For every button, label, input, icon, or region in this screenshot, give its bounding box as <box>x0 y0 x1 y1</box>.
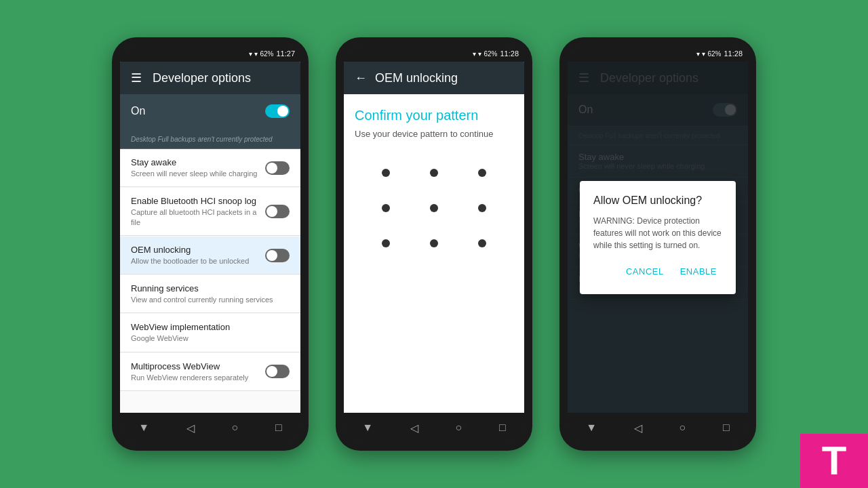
running-subtitle-1: View and control currently running servi… <box>131 295 290 304</box>
nav-recents-2[interactable]: □ <box>499 422 506 434</box>
nav-recents-1[interactable]: □ <box>275 422 282 434</box>
developer-toggle-1[interactable] <box>265 104 290 118</box>
status-icons-3: ▾ ▾ 62% <box>696 50 721 58</box>
oem-title-1: OEM unlocking <box>131 245 265 255</box>
nav-bar-1: ▼ ◁ ○ □ <box>120 413 300 443</box>
truncated-item-1: Desktop Full backups aren't currently pr… <box>120 128 300 149</box>
oem-app-bar: ← OEM unlocking <box>344 62 524 94</box>
dot-6 <box>478 204 486 212</box>
nav-home-2[interactable]: ○ <box>456 422 462 434</box>
wifi-icon-3: ▾ <box>696 50 700 58</box>
webview-subtitle-1: Google WebView <box>131 333 290 343</box>
settings-item-text-2: Enable Bluetooth HCI snoop log Capture a… <box>131 196 265 227</box>
webview-title-1: WebView implementation <box>131 322 290 332</box>
settings-item-multiprocess[interactable]: Multiprocess WebView Run WebView rendere… <box>120 353 300 391</box>
nav-home-1[interactable]: ○ <box>232 422 239 434</box>
nav-home-3[interactable]: ○ <box>679 422 686 434</box>
screen-3: ☰ Developer options On Desktop Full back… <box>568 62 748 413</box>
signal-icon-3: ▾ <box>702 50 705 58</box>
battery-text-3: 62% <box>707 50 721 58</box>
phone-2-inner: ▾ ▾ 62% 11:28 ← OEM unlocking Confirm yo… <box>344 45 524 443</box>
stay-awake-subtitle: Screen will never sleep while charging <box>131 169 265 178</box>
battery-text-1: 62% <box>260 50 273 58</box>
dialog-enable-button[interactable]: ENABLE <box>675 262 722 281</box>
settings-item-text-5: WebView implementation Google WebView <box>131 322 290 343</box>
time-1: 11:27 <box>276 49 295 58</box>
dialog-cancel-button[interactable]: CANCEL <box>620 262 669 281</box>
toggle-knob-1 <box>277 106 288 117</box>
oem-app-bar-title: OEM unlocking <box>375 71 458 85</box>
truncated-text-1: Desktop Full backups aren't currently pr… <box>131 136 273 143</box>
bluetooth-title: Enable Bluetooth HCI snoop log <box>131 196 265 206</box>
running-title-1: Running services <box>131 283 290 293</box>
phone-3: ▾ ▾ 62% 11:28 ☰ Developer options <box>559 37 756 451</box>
settings-item-webview[interactable]: WebView implementation Google WebView <box>120 314 300 352</box>
nav-back-3[interactable]: ◁ <box>634 422 642 434</box>
oem-content: Confirm your pattern Use your device pat… <box>344 94 524 413</box>
status-bar-3: ▾ ▾ 62% 11:28 <box>568 45 748 62</box>
settings-item-bluetooth[interactable]: Enable Bluetooth HCI snoop log Capture a… <box>120 188 300 236</box>
status-bar-1: ▾ ▾ 62% 11:27 <box>120 45 300 62</box>
bluetooth-toggle[interactable] <box>265 205 290 218</box>
multiprocess-toggle-1[interactable] <box>265 365 290 378</box>
stay-awake-knob <box>267 163 277 174</box>
signal-icon-2: ▾ <box>478 50 481 58</box>
oem-toggle-1[interactable] <box>265 249 290 262</box>
multiprocess-title-1: Multiprocess WebView <box>131 361 265 371</box>
bluetooth-knob <box>267 206 277 217</box>
toggle-label-1: On <box>131 105 145 117</box>
oem-subtitle-1: Allow the bootloader to be unlocked <box>131 256 265 266</box>
oem-confirm-subtitle: Use your device pattern to continue <box>355 129 513 139</box>
stay-awake-title: Stay awake <box>131 157 265 167</box>
app-bar-title-1: Developer options <box>153 71 251 85</box>
oem-knob-1 <box>267 250 277 261</box>
settings-item-text-4: Running services View and control curren… <box>131 283 290 304</box>
oem-screen: ← OEM unlocking Confirm your pattern Use… <box>344 62 524 413</box>
watermark: T <box>800 434 868 488</box>
settings-item-stay-awake[interactable]: Stay awake Screen will never sleep while… <box>120 149 300 187</box>
wifi-icon-2: ▾ <box>473 50 476 58</box>
nav-down-2[interactable]: ▼ <box>362 422 373 434</box>
nav-down-3[interactable]: ▼ <box>586 422 597 434</box>
dot-8 <box>430 239 438 247</box>
pattern-grid <box>355 155 513 261</box>
phone-3-inner: ▾ ▾ 62% 11:28 ☰ Developer options <box>568 45 748 443</box>
nav-back-2[interactable]: ◁ <box>410 422 418 434</box>
nav-recents-3[interactable]: □ <box>723 422 730 434</box>
screen-1: ☰ Developer options On Desktop Full back… <box>120 62 300 413</box>
settings-item-text-1: Stay awake Screen will never sleep while… <box>131 157 265 178</box>
back-icon-2[interactable]: ← <box>355 71 367 85</box>
app-bar-1: ☰ Developer options <box>120 62 300 94</box>
nav-back-1[interactable]: ◁ <box>186 422 195 434</box>
bluetooth-subtitle: Capture all bluetooth HCI packets in a f… <box>131 207 265 227</box>
time-3: 11:28 <box>724 49 743 58</box>
status-bar-2: ▾ ▾ 62% 11:28 <box>344 45 524 62</box>
dot-5 <box>430 204 438 212</box>
nav-bar-3: ▼ ◁ ○ □ <box>568 413 748 443</box>
nav-down-1[interactable]: ▼ <box>138 422 149 434</box>
settings-item-oem[interactable]: OEM unlocking Allow the bootloader to be… <box>120 237 300 274</box>
multiprocess-knob-1 <box>267 366 277 377</box>
menu-icon-1[interactable]: ☰ <box>131 70 142 85</box>
status-icons-2: ▾ ▾ 62% <box>473 50 497 58</box>
dot-2 <box>430 169 438 177</box>
dialog-buttons: CANCEL ENABLE <box>593 262 722 281</box>
dot-7 <box>382 239 390 247</box>
watermark-letter: T <box>822 441 847 481</box>
phone-1-inner: ▾ ▾ 62% 11:27 ☰ Developer options On <box>120 45 300 443</box>
dialog-overlay: Allow OEM unlocking? WARNING: Device pro… <box>568 62 748 413</box>
settings-item-text-3: OEM unlocking Allow the bootloader to be… <box>131 245 265 266</box>
allow-oem-dialog: Allow OEM unlocking? WARNING: Device pro… <box>580 181 736 294</box>
signal-icon: ▾ <box>254 50 258 58</box>
dot-1 <box>382 169 390 177</box>
phone-2: ▾ ▾ 62% 11:28 ← OEM unlocking Confirm yo… <box>336 37 532 451</box>
stay-awake-toggle[interactable] <box>265 161 290 175</box>
settings-item-running[interactable]: Running services View and control curren… <box>120 275 300 313</box>
settings-list-1: Stay awake Screen will never sleep while… <box>120 149 300 413</box>
dialog-title: Allow OEM unlocking? <box>593 195 722 207</box>
dot-9 <box>478 239 486 247</box>
time-2: 11:28 <box>500 49 519 58</box>
phones-container: ▾ ▾ 62% 11:27 ☰ Developer options On <box>0 24 868 464</box>
wifi-icon: ▾ <box>249 50 252 58</box>
phone-1: ▾ ▾ 62% 11:27 ☰ Developer options On <box>112 37 309 451</box>
